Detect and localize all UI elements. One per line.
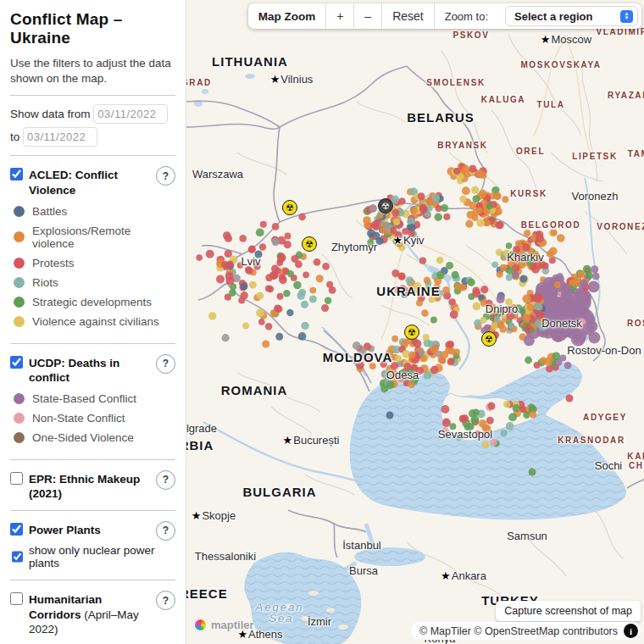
legend-dot	[14, 231, 25, 242]
zoom-in-button[interactable]: +	[326, 3, 354, 29]
filter-section-header: EPR: Ethnic Makeup (2021)?	[10, 472, 175, 502]
maptiler-logo-icon	[193, 618, 208, 632]
filter-label: Power Plants	[29, 523, 101, 538]
legend-dot	[14, 297, 25, 308]
region-select-value: Select a region	[514, 10, 592, 23]
divider	[10, 580, 175, 580]
sub-filter-checkbox[interactable]	[12, 551, 23, 563]
legend-dot	[14, 393, 25, 404]
legend-label: Protests	[32, 257, 75, 269]
filter-section-header: ACLED: Conflict Violence?	[10, 168, 175, 197]
filter-section: EPR: Ethnic Makeup (2021)?	[10, 467, 175, 503]
filter-label: Humanitarian Corridors (April–May 2022)	[29, 592, 152, 637]
date-from-input[interactable]	[93, 104, 168, 124]
legend-label: Riots	[32, 276, 58, 289]
filter-checkbox[interactable]	[10, 472, 23, 485]
sub-filter-label: show only nuclear power plants	[29, 544, 175, 569]
filter-label: UCDP: Deaths in conflict	[29, 356, 152, 386]
filter-sections: ACLED: Conflict Violence?BattlesExplosio…	[10, 163, 175, 638]
legend-list: State-Based ConflictNon-State ConflictOn…	[10, 392, 175, 444]
legend-dot	[14, 206, 25, 217]
legend-dot	[14, 277, 25, 288]
legend-label: Violence against civilians	[32, 315, 159, 328]
filters-sidebar: Conflict Map – Ukraine Use the filters t…	[0, 0, 186, 644]
capture-screenshot-button[interactable]: Capture screenshot of map	[496, 601, 641, 621]
filter-checkbox[interactable]	[10, 523, 23, 536]
attribution-text: © MapTiler © OpenStreetMap contributors	[419, 625, 618, 637]
filter-label: EPR: Ethnic Makeup (2021)	[29, 472, 152, 502]
filter-section: UCDP: Deaths in conflict?State-Based Con…	[10, 351, 175, 452]
legend-item: Non-State Conflict	[14, 412, 175, 425]
zoom-to-label: Zoom to:	[445, 10, 495, 23]
divider	[10, 95, 175, 96]
divider	[10, 343, 175, 344]
legend-item: State-Based Conflict	[14, 392, 175, 405]
sidebar-description: Use the filters to adjust the data shown…	[10, 56, 175, 86]
divider	[10, 459, 175, 460]
filter-label: ACLED: Conflict Violence	[29, 168, 152, 197]
region-select[interactable]: Select a region ▲▼	[505, 6, 638, 26]
legend-item: One-Sided Violence	[14, 431, 175, 444]
map-attribution: © MapTiler © OpenStreetMap contributors …	[411, 622, 641, 640]
date-to-input[interactable]	[23, 127, 97, 147]
legend-item: Protests	[14, 257, 175, 269]
date-filter: Show data from to	[10, 103, 175, 148]
sub-filter: show only nuclear power plants	[12, 544, 175, 569]
filter-checkbox[interactable]	[10, 356, 23, 369]
legend-item: Explosions/Remote violence	[14, 225, 175, 250]
filter-section-header: Humanitarian Corridors (April–May 2022)?	[10, 592, 175, 637]
info-icon[interactable]: i	[624, 624, 638, 638]
divider	[10, 510, 175, 511]
legend-dot	[14, 258, 25, 269]
legend-label: State-Based Conflict	[32, 392, 136, 405]
basemap-svg	[186, 0, 644, 644]
date-from-label: Show data from	[10, 108, 91, 120]
help-button[interactable]: ?	[156, 521, 175, 541]
legend-item: Battles	[14, 205, 175, 218]
legend-item: Violence against civilians	[14, 315, 175, 328]
page-title: Conflict Map – Ukraine	[10, 10, 175, 47]
filter-section-header: UCDP: Deaths in conflict?	[10, 356, 175, 386]
help-button[interactable]: ?	[156, 470, 175, 490]
maptiler-logo[interactable]: maptiler	[193, 618, 254, 632]
legend-label: Explosions/Remote violence	[32, 225, 175, 250]
help-button[interactable]: ?	[156, 166, 175, 186]
legend-label: Non-State Conflict	[32, 412, 125, 425]
filter-checkbox[interactable]	[10, 168, 23, 180]
legend-list: BattlesExplosions/Remote violenceProtest…	[10, 205, 175, 328]
legend-dot	[14, 432, 25, 443]
legend-dot	[14, 413, 25, 424]
divider	[10, 155, 175, 156]
filter-section-header: Power Plants?	[10, 523, 175, 538]
help-button[interactable]: ?	[156, 591, 175, 610]
toolbar-title: Map Zoom	[248, 3, 327, 29]
legend-dot	[14, 316, 25, 327]
filter-section: Humanitarian Corridors (April–May 2022)?	[10, 587, 175, 639]
maptiler-logo-text: maptiler	[211, 619, 254, 631]
map-canvas[interactable]: LITHUANIABELARUSUKRAINEMOLDOVAROMANIABUL…	[186, 0, 644, 644]
help-button[interactable]: ?	[156, 354, 175, 374]
zoom-reset-button[interactable]: Reset	[382, 3, 435, 29]
select-stepper-icon: ▲▼	[620, 10, 633, 23]
legend-label: Battles	[32, 205, 67, 218]
legend-label: One-Sided Violence	[32, 431, 134, 444]
legend-item: Strategic developments	[14, 296, 175, 308]
filter-section: ACLED: Conflict Violence?BattlesExplosio…	[10, 163, 175, 336]
filter-section: Power Plants?show only nuclear power pla…	[10, 518, 175, 574]
legend-item: Riots	[14, 276, 175, 289]
legend-label: Strategic developments	[32, 296, 152, 308]
map-zoom-toolbar: Map Zoom + – Reset Zoom to: Select a reg…	[248, 3, 641, 29]
date-to-label: to	[10, 130, 19, 143]
zoom-out-button[interactable]: –	[354, 3, 382, 29]
filter-checkbox[interactable]	[10, 592, 23, 605]
